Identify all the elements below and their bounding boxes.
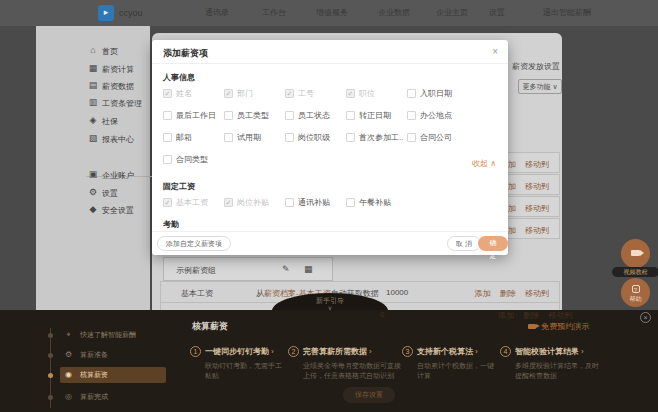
sidebar-item-salary-calc[interactable]: ▦ 薪资计算: [36, 62, 150, 78]
row-move-link[interactable]: 移动到: [525, 289, 549, 298]
checkbox-icon: [285, 198, 294, 207]
active-step-icon: ◉: [64, 370, 73, 379]
checkbox-icon: ✓: [285, 89, 294, 98]
checkbox-post-allowance[interactable]: ✓岗位补贴: [224, 196, 285, 208]
confirm-button[interactable]: 确 定: [478, 236, 508, 251]
checkbox-lunch-allowance[interactable]: 午餐补贴: [346, 196, 407, 208]
table-settings-icon[interactable]: ▦: [304, 264, 313, 274]
top-nav: ▸ ccyou 通讯录 工作台 增值服务 企业数据 企业主页 设置 退出智能薪酬: [0, 0, 658, 26]
checkbox-employee-id[interactable]: ✓工号: [285, 87, 346, 99]
tab-payout-settings[interactable]: 薪资发放设置: [512, 61, 560, 72]
sidebar-item-home[interactable]: ⌂ 首页: [36, 44, 150, 60]
guide-step-1[interactable]: 1 一键同步钉钉考勤 › 联动钉钉考勤，无需手工粘贴: [190, 346, 286, 381]
checkbox-employee-status[interactable]: 员工状态: [285, 109, 346, 121]
help-button[interactable]: ? 帮助: [621, 278, 650, 307]
checkbox-probation[interactable]: 试用期: [224, 131, 285, 143]
checkbox-office-location[interactable]: 办公地点: [407, 109, 499, 121]
row-move-link[interactable]: 移动到: [525, 204, 549, 213]
checkbox-job-grade[interactable]: 岗位职级: [285, 131, 346, 143]
step-number: 4: [500, 346, 511, 357]
sidebar-item-report-center[interactable]: ▧ 报表中心: [36, 132, 150, 148]
row-add-link[interactable]: 添加: [475, 289, 491, 298]
brand-name: ccyou: [119, 0, 143, 26]
modal-divider: [152, 63, 508, 64]
checkbox-position[interactable]: ✓职位: [346, 87, 407, 99]
guide-close-icon[interactable]: ×: [640, 312, 651, 323]
sidebar-item-payslip[interactable]: ▥ 工资条管理: [36, 96, 150, 112]
video-tutorial-label: 视频教程: [612, 267, 658, 277]
step-desc: 业绩奖金等每月变动数据可直接上传，任意表格格式自动识别: [303, 361, 403, 381]
timeline-item-prepare[interactable]: ⚙ 算薪准备: [64, 350, 108, 362]
row-move-link[interactable]: 移动到: [525, 160, 549, 169]
sidebar-item-company-account[interactable]: ▣ 企业账户: [36, 168, 150, 184]
add-salary-item-modal: 添加薪资项 × 人事信息 ✓姓名 ✓部门 ✓工号 ✓职位 入职日期 最后工作日 …: [152, 40, 508, 255]
guide-step-3[interactable]: 3 支持新个税算法 › 自动累计个税数据，一键计算: [402, 346, 494, 381]
checkbox-employee-type[interactable]: 员工类型: [224, 109, 285, 121]
nav-company-data[interactable]: 企业数据: [378, 0, 410, 26]
video-tutorial-button[interactable]: [621, 239, 650, 268]
account-icon: ▣: [88, 169, 98, 179]
checkbox-contract-company[interactable]: 合同公司: [407, 131, 499, 143]
modal-title: 添加薪资项: [163, 47, 208, 60]
video-camera-icon: [528, 324, 536, 329]
close-icon[interactable]: ×: [492, 46, 498, 57]
checkbox-department[interactable]: ✓部门: [224, 87, 285, 99]
checkbox-base-salary[interactable]: ✓基本工资: [163, 196, 224, 208]
guide-panel: 0 添加 删除 移动到 × 核算薪资 免费预约演示 ⌖ 快速了解智能薪酬 ⚙ 算…: [0, 310, 658, 412]
checkbox-last-work-day[interactable]: 最后工作日: [163, 109, 224, 121]
guide-tab[interactable]: 新手引导 ∨: [272, 293, 388, 311]
home-icon: ⌂: [88, 45, 98, 55]
more-functions-label: 更多功能: [522, 83, 550, 90]
section-attendance: 考勤: [163, 219, 179, 230]
edit-pencil-icon[interactable]: ✎: [282, 264, 290, 274]
guide-step-4[interactable]: 4 智能校验计算结果 › 多维度校验计算结果，及时提醒检查数据: [500, 346, 600, 381]
checkbox-first-work[interactable]: 首次参加工..: [346, 131, 407, 143]
checkbox-icon: [285, 133, 294, 142]
sidebar-item-label: 薪资数据: [102, 81, 134, 92]
step-desc: 自动累计个税数据，一键计算: [417, 361, 495, 381]
guide-step-2[interactable]: 2 完善算薪所需数据 › 业绩奖金等每月变动数据可直接上传，任意表格格式自动识别: [288, 346, 400, 381]
timeline-item-finish[interactable]: ◎ 算薪完成: [64, 392, 108, 404]
nav-workbench[interactable]: 工作台: [262, 0, 286, 26]
collapse-link[interactable]: 收起 ∧: [472, 158, 496, 169]
nav-exit-smart-payroll[interactable]: 退出智能薪酬: [543, 0, 591, 26]
checkbox-telecom-allowance[interactable]: 通讯补贴: [285, 196, 346, 208]
timeline-item-overview[interactable]: ⌖ 快速了解智能薪酬: [64, 330, 136, 342]
row-source-prefix: 从: [256, 289, 264, 298]
checkbox-icon: ✓: [346, 89, 355, 98]
salary-group-label: 示例薪资组: [176, 265, 216, 276]
row-delete-link[interactable]: 删除: [500, 289, 516, 298]
more-functions-button[interactable]: 更多功能 ∨: [518, 79, 562, 94]
checkbox-icon: [224, 133, 233, 142]
nav-value-services[interactable]: 增值服务: [316, 0, 348, 26]
salary-group-tab[interactable]: 示例薪资组 ✎ ▦: [163, 257, 333, 281]
timeline-dot: [48, 353, 53, 358]
nav-contacts[interactable]: 通讯录: [205, 0, 229, 26]
checkbox-regular-date[interactable]: 转正日期: [346, 109, 407, 121]
row-move-link[interactable]: 移动到: [525, 226, 549, 235]
chevron-right-icon: ›: [475, 347, 478, 356]
sidebar-item-label: 报表中心: [102, 134, 134, 145]
checkbox-contract-type[interactable]: 合同类型: [163, 153, 224, 165]
gear-icon: ⚙: [64, 350, 73, 359]
add-custom-item-button[interactable]: 添加自定义薪资项: [157, 236, 231, 251]
nav-company-home[interactable]: 企业主页: [436, 0, 468, 26]
nav-settings[interactable]: 设置: [489, 0, 505, 26]
cancel-button[interactable]: 取 消: [447, 236, 481, 251]
sidebar-item-security-settings[interactable]: ◆ 安全设置: [36, 203, 150, 219]
checkbox-hire-date[interactable]: 入职日期: [407, 87, 499, 99]
sidebar-item-salary-data[interactable]: ▤ 薪资数据: [36, 79, 150, 95]
checkbox-icon: [346, 111, 355, 120]
checkbox-name[interactable]: ✓姓名: [163, 87, 224, 99]
ghost-row-links: 添加 删除 移动到: [498, 310, 572, 321]
timeline-item-calculate[interactable]: ◉ 核算薪资: [64, 370, 108, 382]
sidebar-item-settings[interactable]: ⚙ 设置: [36, 186, 150, 202]
sidebar-item-social-security[interactable]: ◈ 社保: [36, 114, 150, 130]
book-demo-link[interactable]: 免费预约演示: [528, 321, 589, 332]
row-move-link[interactable]: 移动到: [525, 182, 549, 191]
save-settings-button[interactable]: 保存设置: [343, 387, 395, 403]
app-logo-icon[interactable]: ▸: [98, 5, 114, 21]
checkbox-email[interactable]: 邮箱: [163, 131, 224, 143]
sidebar-item-label: 企业账户: [102, 170, 134, 181]
chevron-right-icon: ›: [369, 347, 372, 356]
